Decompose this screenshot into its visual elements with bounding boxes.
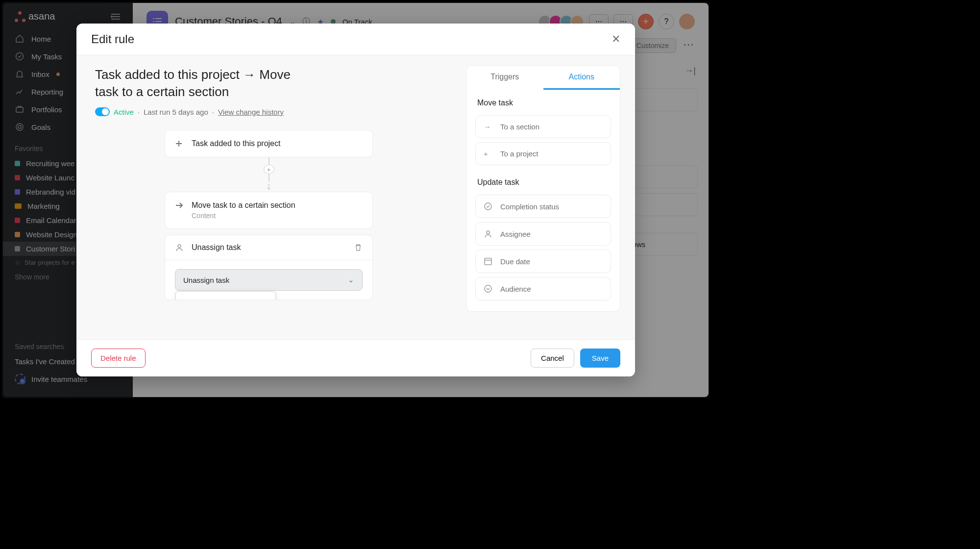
tab-triggers[interactable]: Triggers (466, 66, 543, 90)
modal-footer: Delete rule Cancel Save (76, 339, 635, 376)
delete-rule-button[interactable]: Delete rule (91, 349, 146, 368)
svg-point-8 (485, 285, 491, 292)
modal-header: Edit rule ✕ (76, 24, 635, 55)
active-toggle[interactable] (95, 107, 110, 116)
action-label: Move task to a certain section (192, 201, 295, 210)
group-move-task: Move task (466, 90, 620, 111)
add-step-button[interactable]: + (264, 165, 274, 174)
action-due-date[interactable]: Due date (475, 250, 611, 273)
panel-tabs: Triggers Actions (466, 66, 620, 90)
chevron-circle-icon (484, 284, 493, 293)
cancel-button[interactable]: Cancel (531, 349, 574, 368)
last-run: Last run 5 days ago (144, 108, 208, 116)
action-unassign-card: Unassign task Unassign task ⌄ ✓Assign ta… (165, 235, 373, 300)
rule-name[interactable]: Task added to this project → Move task t… (95, 66, 306, 100)
svg-rect-7 (485, 258, 491, 265)
chevron-down-icon: ⌄ (348, 275, 354, 284)
action-sub: Content (192, 212, 363, 220)
active-label: Active (114, 108, 134, 116)
action-to-project[interactable]: +To a project (475, 142, 611, 165)
assign-select[interactable]: Unassign task ⌄ ✓Assign task ✓Unassign t… (175, 269, 363, 291)
action-audience[interactable]: Audience (475, 277, 611, 300)
view-history-link[interactable]: View change history (218, 108, 284, 116)
edit-rule-modal: Edit rule ✕ Task added to this project →… (76, 24, 635, 376)
person-icon (484, 229, 493, 238)
arrow-right-icon: → (484, 123, 493, 131)
select-value: Unassign task (183, 276, 229, 284)
calendar-icon (484, 257, 493, 266)
action-completion[interactable]: Completion status (475, 195, 611, 218)
action-to-section[interactable]: →To a section (475, 115, 611, 138)
delete-action-icon[interactable] (354, 243, 363, 252)
close-icon[interactable]: ✕ (612, 33, 620, 46)
tab-actions[interactable]: Actions (543, 66, 620, 90)
action-assignee[interactable]: Assignee (475, 222, 611, 246)
trigger-card[interactable]: Task added to this project (165, 130, 373, 157)
person-icon (175, 243, 185, 252)
plus-icon (175, 140, 185, 148)
rule-status-line: Active · Last run 5 days ago · View chan… (95, 107, 442, 116)
arrow-down-icon: ↓ (267, 180, 271, 192)
plus-icon: + (484, 150, 493, 158)
check-circle-icon (484, 202, 493, 211)
svg-point-4 (178, 245, 181, 248)
flow-connector: + ↓ (264, 157, 274, 192)
arrow-right-icon (175, 202, 185, 209)
modal-title: Edit rule (91, 32, 134, 46)
action-move-card[interactable]: Move task to a certain section Content (165, 192, 373, 229)
trigger-label: Task added to this project (192, 139, 280, 148)
group-update-task: Update task (466, 169, 620, 191)
unassign-title: Unassign task (192, 243, 241, 252)
save-button[interactable]: Save (580, 349, 620, 368)
dropdown-item-assign[interactable]: ✓Assign task (176, 295, 275, 300)
modal-overlay: Edit rule ✕ Task added to this project →… (1, 1, 710, 399)
svg-point-6 (487, 231, 490, 234)
rule-editor-pane: Task added to this project → Move task t… (76, 55, 461, 339)
assign-dropdown: ✓Assign task ✓Unassign task (175, 291, 276, 300)
actions-panel: Triggers Actions Move task →To a section… (461, 55, 635, 339)
